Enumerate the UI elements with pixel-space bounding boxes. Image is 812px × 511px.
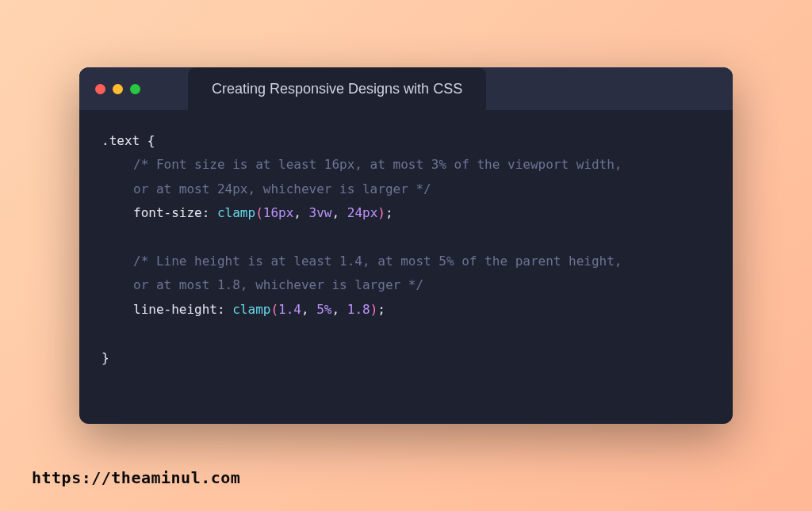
code-line: line-height: clamp(1.4, 5%, 1.8); <box>102 298 710 322</box>
css-property: font-size <box>133 205 202 220</box>
css-value: 1.4 <box>278 302 301 317</box>
open-paren: ( <box>270 302 278 317</box>
css-selector: .text <box>102 133 140 148</box>
css-value: 3vw <box>309 205 332 220</box>
code-line: /* Line height is at least 1.4, at most … <box>102 250 710 273</box>
minimize-icon[interactable] <box>113 84 123 94</box>
blank-line <box>102 322 710 345</box>
css-function: clamp <box>217 205 255 220</box>
close-brace: } <box>102 350 109 365</box>
css-comment: /* Font size is at least 16px, at most 3… <box>133 157 622 172</box>
colon: : <box>202 205 217 220</box>
css-function: clamp <box>232 302 270 317</box>
code-line: .text { <box>102 129 710 153</box>
semicolon: ; <box>377 302 385 317</box>
tab-title-label: Creating Responsive Designs with CSS <box>212 81 462 97</box>
open-brace: { <box>140 133 155 148</box>
css-comment: or at most 24px, whichever is larger */ <box>133 181 431 196</box>
semicolon: ; <box>385 205 393 220</box>
open-paren: ( <box>255 205 263 220</box>
css-value: 1.8 <box>347 302 370 317</box>
css-comment: or at most 1.8, whichever is larger */ <box>133 277 423 292</box>
code-line: or at most 1.8, whichever is larger */ <box>102 273 710 297</box>
traffic-lights <box>79 84 156 94</box>
blank-line <box>102 226 710 250</box>
comma: , <box>331 302 347 317</box>
colon: : <box>217 302 232 317</box>
window-titlebar: Creating Responsive Designs with CSS <box>79 67 733 110</box>
close-icon[interactable] <box>95 84 105 94</box>
source-url[interactable]: https://theaminul.com <box>32 468 240 487</box>
comma: , <box>331 205 347 220</box>
code-line: font-size: clamp(16px, 3vw, 24px); <box>102 201 710 225</box>
code-line: or at most 24px, whichever is larger */ <box>102 177 710 201</box>
css-value: 5% <box>316 302 331 317</box>
css-comment: /* Line height is at least 1.4, at most … <box>133 254 622 269</box>
code-area: .text { /* Font size is at least 16px, a… <box>79 110 733 389</box>
comma: , <box>301 302 316 317</box>
css-value: 16px <box>263 205 294 220</box>
close-paren: ) <box>370 302 378 317</box>
tab-title[interactable]: Creating Responsive Designs with CSS <box>188 67 486 110</box>
css-property: line-height <box>133 302 217 317</box>
code-line: } <box>102 346 710 370</box>
code-line: /* Font size is at least 16px, at most 3… <box>102 153 710 177</box>
css-value: 24px <box>347 205 378 220</box>
maximize-icon[interactable] <box>130 84 140 94</box>
comma: , <box>293 205 308 220</box>
close-paren: ) <box>377 205 385 220</box>
code-window: Creating Responsive Designs with CSS .te… <box>79 67 733 424</box>
